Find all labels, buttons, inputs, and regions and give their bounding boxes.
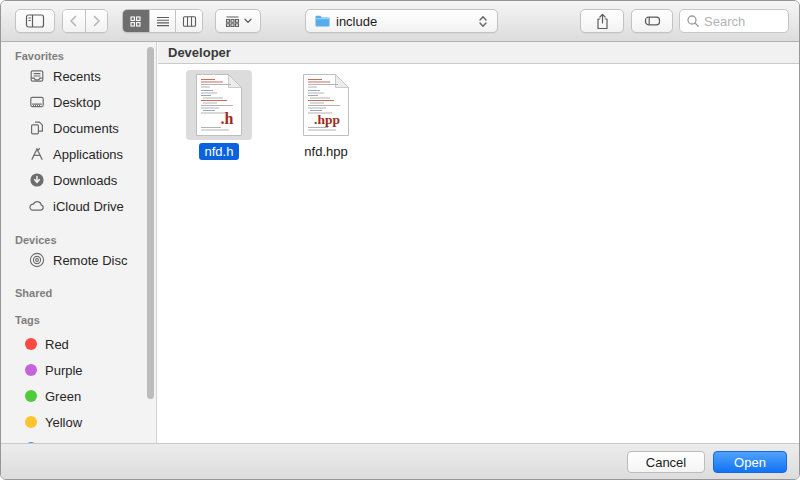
chevron-down-icon: [244, 18, 252, 24]
sidebar-item-documents[interactable]: Documents: [1, 115, 156, 141]
sidebar-item-icloud-drive[interactable]: iCloud Drive: [1, 193, 156, 219]
header-file-icon: .hpp: [303, 74, 349, 136]
file-ext-badge: .hpp: [314, 112, 340, 127]
share-button[interactable]: [580, 9, 624, 33]
nav-buttons: [62, 9, 108, 33]
sidebar-item-label: Purple: [45, 363, 83, 378]
file-item-nfd-hpp[interactable]: .hpp nfd.hpp: [286, 70, 366, 160]
open-button[interactable]: Open: [713, 451, 787, 473]
grid-view-icon: [129, 15, 142, 28]
grid-view-button[interactable]: [123, 10, 149, 32]
file-name-label: nfd.hpp: [298, 143, 353, 160]
sidebar-item-downloads[interactable]: Downloads: [1, 167, 156, 193]
tag-button[interactable]: [631, 9, 673, 33]
sidebar-item-tag-purple[interactable]: Purple: [1, 357, 156, 383]
toolbar: include: [1, 1, 799, 42]
file-ext-badge: .h: [221, 110, 234, 127]
updown-chevrons-icon: [477, 15, 489, 28]
shared-section-header: Shared: [1, 286, 156, 300]
search-field: [679, 9, 789, 33]
sidebar-item-label: Remote Disc: [53, 253, 127, 268]
documents-icon: [28, 120, 45, 137]
sidebar-item-label: Desktop: [53, 95, 101, 110]
sidebar-item-applications[interactable]: Applications: [1, 141, 156, 167]
column-view-icon: [182, 15, 197, 28]
tag-dot: [25, 364, 37, 376]
share-icon: [595, 13, 610, 30]
header-file-icon: .h: [196, 74, 242, 136]
applications-icon: [28, 146, 45, 163]
sidebar-item-desktop[interactable]: Desktop: [1, 89, 156, 115]
sidebar-item-tag-green[interactable]: Green: [1, 383, 156, 409]
remote-disc-icon: [28, 252, 45, 269]
file-icon-wrap: .hpp: [293, 70, 359, 140]
sidebar-item-recents[interactable]: Recents: [1, 63, 156, 89]
sidebar-item-label: Documents: [53, 121, 119, 136]
devices-section-header: Devices: [1, 233, 156, 247]
cancel-button[interactable]: Cancel: [627, 451, 705, 473]
file-icon-highlight: .h: [186, 70, 252, 140]
sidebar-item-tag-red[interactable]: Red: [1, 331, 156, 357]
arrange-button[interactable]: [215, 9, 261, 33]
sidebar-item-label: Downloads: [53, 173, 117, 188]
sidebar-toggle-button[interactable]: [15, 9, 55, 33]
back-button[interactable]: [63, 10, 85, 32]
current-folder-dropdown[interactable]: include: [305, 9, 498, 33]
search-icon: [686, 14, 700, 28]
file-item-nfd-h[interactable]: .h nfd.h: [179, 70, 259, 160]
downloads-icon: [28, 172, 45, 189]
sidebar-item-label: Green: [45, 389, 81, 404]
sidebar-item-tag-blue-clipped[interactable]: [1, 435, 156, 443]
favorites-section-header: Favorites: [1, 49, 156, 63]
tag-dot: [25, 338, 37, 350]
column-view-button[interactable]: [175, 10, 202, 32]
forward-button[interactable]: [85, 10, 108, 32]
tag-dot: [25, 390, 37, 402]
list-view-icon: [156, 15, 170, 28]
arrange-grid-icon: [225, 15, 240, 28]
icloud-icon: [28, 198, 45, 215]
sidebar-scrollbar-thumb[interactable]: [147, 47, 154, 399]
sidebar-item-tag-yellow[interactable]: Yellow: [1, 409, 156, 435]
back-chevron-icon: [67, 14, 81, 28]
sidebar-item-label: Yellow: [45, 415, 82, 430]
file-name-label: nfd.h: [199, 143, 240, 160]
group-header: Developer: [158, 42, 799, 64]
group-header-label: Developer: [168, 45, 231, 60]
sidebar-item-label: Applications: [53, 147, 123, 162]
sidebar-item-label: iCloud Drive: [53, 199, 124, 214]
tags-section-header: Tags: [1, 313, 156, 327]
tag-icon: [644, 14, 661, 28]
folder-icon: [314, 14, 331, 28]
tag-dot: [25, 416, 37, 428]
sidebar: Favorites Recents Desktop: [1, 42, 157, 443]
sidebar-toggle-icon: [25, 13, 45, 29]
list-view-button[interactable]: [149, 10, 176, 32]
forward-chevron-icon: [89, 14, 103, 28]
current-folder-label: include: [336, 14, 472, 29]
sidebar-item-label: Red: [45, 337, 69, 352]
dialog-footer: Cancel Open: [1, 443, 799, 479]
desktop-icon: [28, 94, 45, 111]
file-browser-pane: Developer: [158, 42, 799, 443]
view-mode-segmented-control: [122, 9, 203, 33]
sidebar-item-label: Recents: [53, 69, 101, 84]
recents-icon: [28, 68, 45, 85]
sidebar-item-remote-disc[interactable]: Remote Disc: [1, 247, 156, 273]
open-file-dialog: include: [0, 0, 800, 480]
